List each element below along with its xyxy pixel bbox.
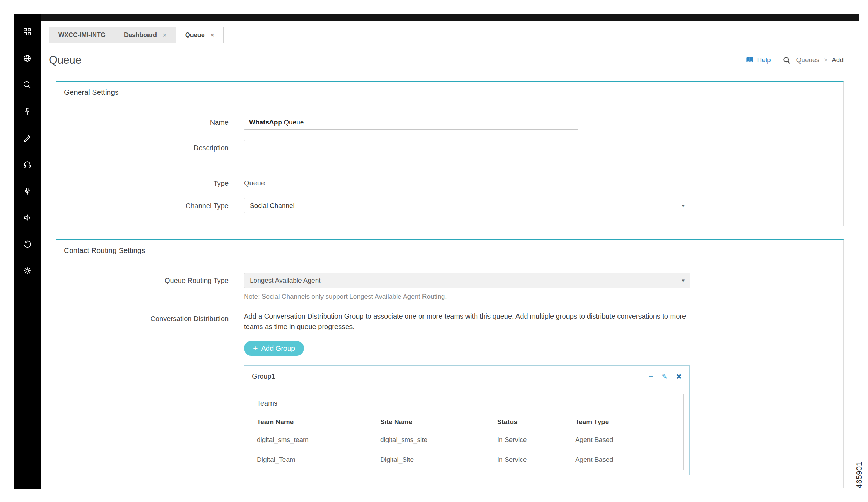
table-cell: digital_sms_site [380,430,497,450]
settings-icon[interactable] [22,265,32,276]
card-title: Contact Routing Settings [56,240,843,260]
description-input[interactable] [244,140,690,165]
tab-wxcc-imi-intg[interactable]: WXCC-IMI-INTG [49,27,115,43]
column-header: Team Type [575,413,683,430]
group-actions: − ✎ ✖ [648,372,682,381]
figure-number: 465901 [855,462,864,488]
globe-icon[interactable] [22,53,32,64]
queue-routing-type-select[interactable]: Longest Available Agent ▾ [244,273,690,288]
queue-routing-type-value: Longest Available Agent [250,277,321,284]
channel-type-select[interactable]: Social Channel ▾ [244,198,690,213]
close-icon[interactable]: × [162,31,167,38]
group-title: Group1 [252,372,275,380]
table-cell: digital_sms_team [250,430,380,450]
close-icon[interactable]: × [210,31,215,38]
speaker-icon[interactable] [22,212,32,223]
pin-icon[interactable] [22,106,32,117]
table-cell: Agent Based [575,450,683,470]
column-header: Team Name [250,413,380,430]
tab-bar: WXCC-IMI-INTG Dashboard × Queue × [49,27,224,43]
table-cell: In Service [497,430,575,450]
channel-type-value: Social Channel [250,202,295,210]
tab-dashboard[interactable]: Dashboard × [115,27,176,43]
table-cell: Digital_Team [250,450,380,470]
compose-icon[interactable] [22,133,32,143]
plus-icon: + [253,344,258,352]
name-value-bold: WhatsApp [249,118,282,126]
column-header: Site Name [380,413,497,430]
page-title: Queue [49,54,81,66]
queue-routing-type-label: Queue Routing Type [56,273,244,285]
help-link[interactable]: Help [746,56,771,64]
chevron-down-icon: ▾ [682,203,685,209]
search-icon[interactable] [783,56,791,64]
name-label: Name [56,115,244,126]
help-label: Help [757,56,771,64]
edit-icon[interactable]: ✎ [661,373,667,380]
routing-note: Note: Social Channels only support Longe… [244,293,843,300]
channel-type-label: Channel Type [56,198,244,210]
app-logo-icon[interactable] [22,27,32,37]
add-group-label: Add Group [261,344,295,352]
table-cell: Agent Based [575,430,683,450]
tab-queue[interactable]: Queue × [176,27,224,43]
search-icon[interactable] [22,80,32,90]
distribution-group-panel: Group1 − ✎ ✖ Teams [244,365,690,475]
teams-panel: Teams Team Name Site Name Status Team Ty… [250,394,684,470]
help-book-icon [746,56,754,64]
type-label: Type [56,176,244,188]
conversation-distribution-description: Add a Conversation Distribution Group to… [244,311,695,332]
general-settings-card: General Settings Name WhatsApp Queue Des… [56,81,844,226]
page-header: Queue Help Queues > Add [49,49,844,71]
main-content: General Settings Name WhatsApp Queue Des… [56,81,844,488]
breadcrumb-queues[interactable]: Queues [796,56,820,64]
add-group-button[interactable]: + Add Group [244,341,304,356]
table-row: digital_sms_teamdigital_sms_siteIn Servi… [250,430,683,450]
contact-routing-card: Contact Routing Settings Queue Routing T… [56,239,844,488]
tab-label: WXCC-IMI-INTG [58,31,106,39]
table-cell: Digital_Site [380,450,497,470]
teams-title: Teams [250,394,683,413]
left-nav-rail [14,14,41,489]
headset-icon[interactable] [22,159,32,170]
close-icon[interactable]: ✖ [676,373,682,380]
microphone-icon[interactable] [22,186,32,196]
tab-label: Dashboard [124,31,157,39]
breadcrumb-current: Add [832,56,844,64]
name-input[interactable]: WhatsApp Queue [244,115,578,130]
card-title: General Settings [56,82,843,102]
description-label: Description [56,140,244,152]
column-header: Status [497,413,575,430]
teams-table: Team Name Site Name Status Team Type dig… [250,413,683,470]
breadcrumb-separator: > [824,56,827,64]
collapse-icon[interactable]: − [648,372,653,381]
name-value-rest: Queue [282,118,304,126]
table-row: Digital_TeamDigital_SiteIn ServiceAgent … [250,450,683,470]
table-cell: In Service [497,450,575,470]
history-icon[interactable] [22,239,32,249]
window-top-bar [14,14,859,21]
type-value: Queue [244,176,843,187]
tab-label: Queue [185,31,205,39]
chevron-down-icon: ▾ [682,277,685,284]
table-header-row: Team Name Site Name Status Team Type [250,413,683,430]
header-actions: Help Queues > Add [746,56,844,64]
conversation-distribution-label: Conversation Distribution [56,311,244,323]
